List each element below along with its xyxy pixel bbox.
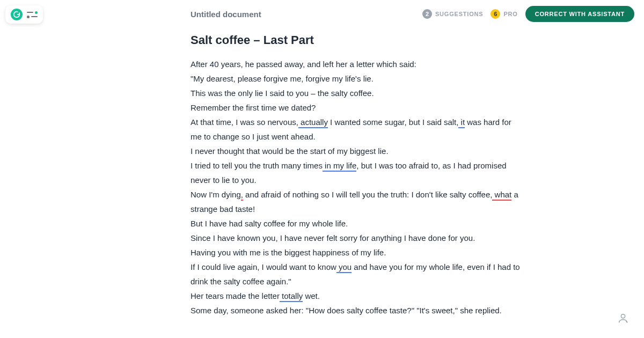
text-line: But I have had salty coffee for my whole… xyxy=(191,219,348,228)
document-body[interactable]: After 40 years, he passed away, and left… xyxy=(191,57,523,318)
text-line: Since I have known you, I have never fel… xyxy=(191,233,475,243)
text-span: I tried to tell you the truth many times xyxy=(191,161,323,170)
header-actions: 2 SUGGESTIONS 6 PRO CORRECT WITH ASSISTA… xyxy=(422,6,634,22)
document-editor[interactable]: Salt coffee – Last Part After 40 years, … xyxy=(191,33,523,318)
pro-group[interactable]: 6 PRO xyxy=(491,9,517,19)
text-line: Some day, someone asked her: "How does s… xyxy=(191,306,502,315)
suggestion-underline[interactable]: you xyxy=(336,262,352,273)
suggestions-count-badge: 2 xyxy=(422,9,432,19)
suggestion-underline[interactable]: totally xyxy=(280,291,303,302)
text-line: Remember the first time we dated? xyxy=(191,103,316,112)
text-span: Now I'm dying xyxy=(191,190,241,199)
text-span: At that time, I was so nervous, xyxy=(191,117,298,127)
document-title[interactable]: Untitled document xyxy=(191,10,422,19)
pro-label: PRO xyxy=(503,11,517,17)
text-line: I never thought that would be the start … xyxy=(191,146,389,156)
text-line: "My dearest, please forgive me, forgive … xyxy=(191,74,374,83)
suggestion-underline[interactable]: it xyxy=(458,117,465,128)
text-span: and afraid of nothing so I will tell you… xyxy=(243,190,493,199)
correct-with-assistant-button[interactable]: CORRECT WITH ASSISTANT xyxy=(525,6,634,22)
error-underline[interactable]: what xyxy=(492,190,511,201)
header-bar: Untitled document 2 SUGGESTIONS 6 PRO CO… xyxy=(0,0,644,28)
suggestions-label: SUGGESTIONS xyxy=(435,11,483,17)
user-avatar-icon[interactable] xyxy=(617,312,629,326)
svg-point-0 xyxy=(621,314,625,318)
text-line: This was the only lie I said to you – th… xyxy=(191,89,374,98)
text-span: wet. xyxy=(303,291,320,300)
text-span: I wanted some sugar, but I said salt, xyxy=(328,117,458,127)
suggestion-underline[interactable]: in my life xyxy=(323,161,356,172)
suggestion-underline[interactable]: actually xyxy=(298,117,328,128)
document-heading: Salt coffee – Last Part xyxy=(191,33,523,47)
text-line: After 40 years, he passed away, and left… xyxy=(191,60,416,69)
text-line: Having you with me is the biggest happin… xyxy=(191,248,386,257)
text-span: If I could live again, I would want to k… xyxy=(191,262,336,271)
suggestions-group[interactable]: 2 SUGGESTIONS xyxy=(422,9,483,19)
text-span: Her tears made the letter xyxy=(191,291,280,300)
pro-count-badge: 6 xyxy=(491,9,500,19)
